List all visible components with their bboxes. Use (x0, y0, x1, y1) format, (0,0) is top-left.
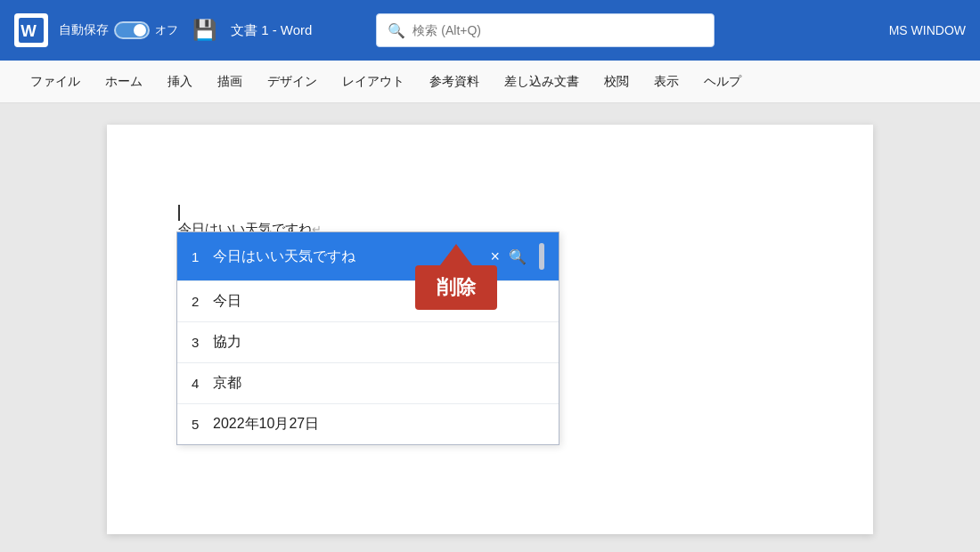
toggle-state-label: オフ (155, 22, 178, 38)
search-bar[interactable]: 🔍 (376, 13, 715, 47)
ribbon-item-挿入[interactable]: 挿入 (155, 61, 205, 102)
autocomplete-item-4[interactable]: 4京都 (177, 363, 559, 404)
ribbon-item-デザイン[interactable]: デザイン (255, 61, 330, 102)
ms-windows-label: MS WINDOW (889, 23, 966, 37)
autocomplete-item-1[interactable]: 1今日はいい天気ですね×🔍 (177, 232, 559, 281)
ac-item-text: 京都 (213, 374, 544, 393)
svg-text:W: W (20, 21, 37, 40)
ac-item-num: 4 (192, 376, 213, 391)
autocomplete-item-2[interactable]: 2今日 (177, 281, 559, 322)
ac-item-text: 今日 (213, 292, 544, 311)
ribbon-item-ホーム[interactable]: ホーム (93, 61, 155, 102)
ac-item-num: 3 (192, 335, 213, 350)
cursor (178, 205, 180, 221)
ac-scrollbar[interactable] (539, 243, 544, 270)
autocomplete-dropdown: 1今日はいい天気ですね×🔍2今日3協力4京都52022年10月27日 (176, 231, 559, 445)
autosave-label: 自動保存 (59, 22, 109, 38)
title-bar: W 自動保存 オフ 💾 文書 1 - Word 🔍 MS WINDOW (0, 0, 980, 61)
autosave-group: 自動保存 オフ (59, 21, 178, 39)
ac-item-num: 5 (192, 417, 213, 432)
autocomplete-item-3[interactable]: 3協力 (177, 322, 559, 363)
autocomplete-item-5[interactable]: 52022年10月27日 (177, 404, 559, 444)
ribbon-item-レイアウト[interactable]: レイアウト (330, 61, 417, 102)
ribbon-item-ヘルプ[interactable]: ヘルプ (691, 61, 754, 102)
ac-item-text: 2022年10月27日 (213, 415, 544, 434)
ac-item-actions: ×🔍 (490, 243, 544, 270)
ribbon: ファイルホーム挿入描画デザインレイアウト参考資料差し込み文書校閲表示ヘルプ (0, 61, 980, 103)
ac-close-button[interactable]: × (490, 248, 500, 266)
search-icon: 🔍 (388, 22, 405, 39)
ac-search-button[interactable]: 🔍 (509, 248, 527, 265)
document-area: 今日はいい天気ですね↵ 1今日はいい天気ですね×🔍2今日3協力4京都52022年… (0, 103, 980, 552)
autosave-toggle[interactable] (114, 21, 150, 39)
document-page: 今日はいい天気ですね↵ 1今日はいい天気ですね×🔍2今日3協力4京都52022年… (107, 125, 873, 534)
ac-item-num: 2 (192, 294, 213, 309)
search-input[interactable] (412, 23, 703, 37)
ribbon-item-表示[interactable]: 表示 (641, 61, 691, 102)
word-app-icon: W (14, 13, 48, 47)
ribbon-item-描画[interactable]: 描画 (205, 61, 255, 102)
document-title: 文書 1 - Word (231, 22, 312, 39)
toggle-knob (134, 24, 146, 37)
ac-item-text: 今日はいい天気ですね (213, 248, 490, 266)
ribbon-item-参考資料[interactable]: 参考資料 (417, 61, 492, 102)
ac-item-text: 協力 (213, 333, 544, 352)
save-icon[interactable]: 💾 (192, 19, 216, 42)
ribbon-item-校閲[interactable]: 校閲 (592, 61, 641, 102)
ac-item-num: 1 (192, 249, 213, 264)
ribbon-item-ファイル[interactable]: ファイル (18, 61, 93, 102)
ribbon-item-差し込み文書[interactable]: 差し込み文書 (492, 61, 592, 102)
